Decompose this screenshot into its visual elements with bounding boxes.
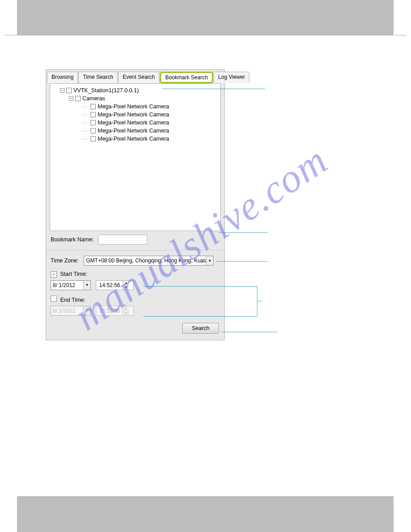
- camera-label: Mega-Pixel Network Camera: [98, 120, 169, 126]
- callout-line: [143, 286, 257, 287]
- camera-checkbox[interactable]: [90, 112, 96, 117]
- camera-checkbox[interactable]: [90, 136, 96, 142]
- timezone-value: GMT+08:00 Beijing, Chongqing, Hong Kong,…: [84, 257, 206, 264]
- callout-line: [216, 261, 268, 262]
- start-time-section: Start Time: 8/ 1/2012 ▼ 14:52:56 ▲ ▼: [46, 269, 224, 294]
- camera-label: Mega-Pixel Network Camera: [98, 112, 169, 118]
- tree-station-row[interactable]: − VVTK_Station1(127.0.0.1): [60, 86, 218, 94]
- footer-banner: [17, 496, 394, 532]
- spinner-down-icon: ▼: [123, 311, 129, 315]
- timezone-dropdown[interactable]: GMT+08:00 Beijing, Chongqing, Hong Kong,…: [84, 256, 214, 266]
- end-date-value: 8/ 1/2012: [51, 308, 83, 314]
- end-time-spinner: 15:52:56 ▲ ▼: [96, 306, 134, 316]
- end-time-checkbox[interactable]: [51, 296, 57, 302]
- tree-connector-icon: [82, 107, 89, 107]
- camera-label: Mega-Pixel Network Camera: [98, 136, 169, 142]
- tree-cameras-row[interactable]: − Cameras: [69, 94, 218, 103]
- callout-line: [143, 316, 257, 317]
- tab-bar: Browsing Time Search Event Search Bookma…: [46, 70, 224, 83]
- end-time-section: End Time: 8/ 1/2012 ▼ 15:52:56 ▲ ▼: [46, 294, 224, 319]
- tree-connector-icon: [82, 123, 89, 123]
- tree-connector-icon: [82, 115, 89, 115]
- chevron-down-icon: ▼: [83, 306, 90, 315]
- header-divider: [4, 35, 407, 35]
- header-banner: [17, 0, 394, 35]
- collapse-icon[interactable]: −: [60, 88, 64, 93]
- callout-line: [222, 332, 278, 332]
- tree-camera-item[interactable]: Mega-Pixel Network Camera: [82, 103, 218, 111]
- timezone-label: Time Zone:: [51, 257, 79, 264]
- spinner-down-icon[interactable]: ▼: [123, 285, 129, 290]
- spinner-up-icon[interactable]: ▲: [123, 281, 129, 285]
- tab-browsing[interactable]: Browsing: [47, 72, 78, 83]
- start-time-label: Start Time:: [60, 271, 87, 277]
- tree-camera-item[interactable]: Mega-Pixel Network Camera: [82, 111, 218, 119]
- camera-checkbox[interactable]: [90, 104, 96, 109]
- start-time-spinner[interactable]: 14:52:56 ▲ ▼: [96, 280, 134, 290]
- tree-camera-item[interactable]: Mega-Pixel Network Camera: [82, 135, 218, 143]
- search-panel: Browsing Time Search Event Search Bookma…: [46, 69, 225, 340]
- tree-connector-icon: [82, 139, 89, 139]
- spinner-up-icon: ▲: [123, 306, 129, 311]
- end-time-label: End Time:: [60, 297, 85, 303]
- callout-line: [162, 89, 265, 89]
- end-date-dropdown: 8/ 1/2012 ▼: [51, 306, 91, 316]
- start-time-checkbox[interactable]: [51, 271, 57, 278]
- bookmark-name-input[interactable]: [98, 235, 147, 245]
- callout-line: [257, 301, 261, 301]
- start-date-dropdown[interactable]: 8/ 1/2012 ▼: [51, 280, 91, 290]
- station-label: VVTK_Station1(127.0.0.1): [73, 87, 139, 94]
- camera-checkbox[interactable]: [90, 128, 96, 133]
- tab-event-search[interactable]: Event Search: [118, 72, 159, 83]
- callout-line: [218, 232, 268, 233]
- chevron-down-icon[interactable]: ▼: [83, 281, 90, 290]
- bookmark-name-section: Bookmark Name:: [46, 231, 224, 248]
- tab-bookmark-search[interactable]: Bookmark Search: [160, 72, 213, 83]
- tree-camera-item[interactable]: Mega-Pixel Network Camera: [82, 119, 218, 127]
- tab-time-search[interactable]: Time Search: [78, 72, 118, 83]
- divider: [46, 250, 224, 250]
- chevron-down-icon[interactable]: ▼: [206, 256, 213, 265]
- tab-log-viewer[interactable]: Log Viewer: [214, 72, 249, 83]
- station-checkbox[interactable]: [66, 88, 72, 93]
- timezone-section: Time Zone: GMT+08:00 Beijing, Chongqing,…: [46, 252, 224, 269]
- bookmark-name-label: Bookmark Name:: [51, 236, 94, 243]
- search-button[interactable]: Search: [182, 323, 219, 334]
- camera-tree: − VVTK_Station1(127.0.0.1) − Cameras Meg…: [50, 83, 221, 231]
- collapse-icon[interactable]: −: [69, 96, 73, 101]
- tree-connector-icon: [82, 131, 89, 131]
- camera-label: Mega-Pixel Network Camera: [98, 103, 169, 110]
- start-time-value: 14:52:56: [96, 281, 123, 290]
- cameras-checkbox[interactable]: [75, 96, 81, 101]
- tree-camera-item[interactable]: Mega-Pixel Network Camera: [82, 127, 218, 135]
- cameras-label: Cameras: [82, 95, 105, 102]
- end-time-value: 15:52:56: [96, 306, 123, 315]
- camera-checkbox[interactable]: [90, 120, 96, 125]
- camera-label: Mega-Pixel Network Camera: [98, 128, 169, 134]
- start-date-value: 8/ 1/2012: [51, 282, 83, 288]
